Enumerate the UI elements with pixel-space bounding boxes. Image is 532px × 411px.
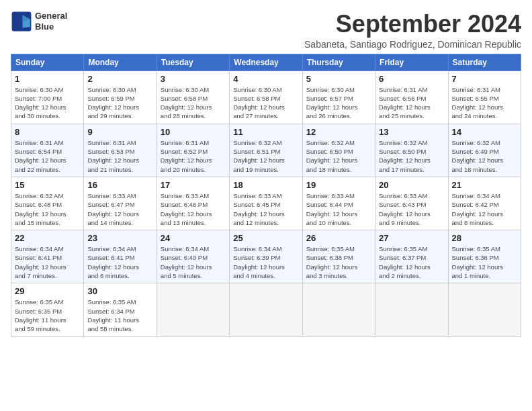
table-row: 13 Sunrise: 6:32 AM Sunset: 6:50 PM Dayl… [375, 124, 448, 177]
calendar-header-row: Sunday Monday Tuesday Wednesday Thursday… [11, 54, 521, 71]
table-row: 17 Sunrise: 6:33 AM Sunset: 6:46 PM Dayl… [157, 177, 229, 230]
table-row: 23 Sunrise: 6:34 AM Sunset: 6:41 PM Dayl… [84, 230, 157, 283]
sunrise-text: Sunrise: 6:31 AM [161, 138, 226, 147]
daylight-text: Daylight: 12 hours [87, 156, 152, 165]
day-number: 10 [161, 127, 226, 137]
day-number: 7 [452, 74, 517, 84]
daylight-text2: and 12 minutes. [233, 218, 298, 227]
sunset-text: Sunset: 6:49 PM [452, 147, 517, 156]
day-info: Sunrise: 6:35 AM Sunset: 6:35 PM Dayligh… [15, 298, 80, 333]
table-row: 22 Sunrise: 6:34 AM Sunset: 6:41 PM Dayl… [11, 230, 84, 283]
daylight-text: Daylight: 12 hours [161, 103, 226, 111]
table-row [157, 283, 229, 336]
day-info: Sunrise: 6:32 AM Sunset: 6:51 PM Dayligh… [233, 138, 298, 174]
day-number: 16 [87, 180, 152, 190]
header: General Blue September 2024 Sabaneta, Sa… [11, 11, 521, 50]
day-info: Sunrise: 6:32 AM Sunset: 6:50 PM Dayligh… [306, 138, 371, 174]
table-row: 5 Sunrise: 6:30 AM Sunset: 6:57 PM Dayli… [302, 71, 375, 124]
sunrise-text: Sunrise: 6:31 AM [379, 85, 444, 94]
daylight-text2: and 13 minutes. [161, 218, 226, 227]
table-row [302, 283, 375, 336]
logo: General Blue [11, 11, 67, 32]
daylight-text2: and 1 minute. [452, 271, 517, 280]
table-row: 7 Sunrise: 6:31 AM Sunset: 6:55 PM Dayli… [448, 71, 521, 124]
title-area: September 2024 Sabaneta, Santiago Rodrig… [304, 11, 521, 50]
table-row: 3 Sunrise: 6:30 AM Sunset: 6:58 PM Dayli… [157, 71, 229, 124]
daylight-text: Daylight: 12 hours [15, 103, 80, 111]
logo-icon [11, 11, 32, 32]
sunrise-text: Sunrise: 6:35 AM [452, 244, 517, 253]
sunset-text: Sunset: 6:54 PM [15, 147, 80, 156]
calendar-week-row: 8 Sunrise: 6:31 AM Sunset: 6:54 PM Dayli… [11, 124, 521, 177]
daylight-text: Daylight: 12 hours [452, 263, 517, 271]
daylight-text2: and 15 minutes. [15, 218, 80, 227]
sunrise-text: Sunrise: 6:33 AM [87, 191, 152, 200]
daylight-text: Daylight: 12 hours [452, 210, 517, 218]
sunset-text: Sunset: 6:47 PM [87, 200, 152, 209]
sunrise-text: Sunrise: 6:30 AM [233, 85, 298, 94]
daylight-text2: and 19 minutes. [233, 165, 298, 174]
sunrise-text: Sunrise: 6:35 AM [379, 244, 444, 253]
sunset-text: Sunset: 6:38 PM [306, 253, 371, 262]
day-info: Sunrise: 6:31 AM Sunset: 6:53 PM Dayligh… [87, 138, 152, 174]
sunrise-text: Sunrise: 6:33 AM [161, 191, 226, 200]
daylight-text: Daylight: 11 hours [15, 316, 80, 324]
sunrise-text: Sunrise: 6:32 AM [452, 138, 517, 147]
day-info: Sunrise: 6:30 AM Sunset: 6:59 PM Dayligh… [87, 85, 152, 121]
calendar-week-row: 22 Sunrise: 6:34 AM Sunset: 6:41 PM Dayl… [11, 230, 521, 283]
sunset-text: Sunset: 6:35 PM [15, 307, 80, 316]
table-row [448, 283, 521, 336]
calendar-table: Sunday Monday Tuesday Wednesday Thursday… [11, 54, 521, 337]
day-number: 14 [452, 127, 517, 137]
day-info: Sunrise: 6:30 AM Sunset: 6:58 PM Dayligh… [233, 85, 298, 121]
sunset-text: Sunset: 6:36 PM [452, 253, 517, 262]
daylight-text2: and 6 minutes. [87, 271, 152, 280]
sunset-text: Sunset: 6:45 PM [233, 200, 298, 209]
col-sunday: Sunday [11, 54, 84, 71]
table-row: 20 Sunrise: 6:33 AM Sunset: 6:43 PM Dayl… [375, 177, 448, 230]
daylight-text2: and 20 minutes. [161, 165, 226, 174]
daylight-text: Daylight: 12 hours [379, 156, 444, 165]
table-row [375, 283, 448, 336]
table-row: 27 Sunrise: 6:35 AM Sunset: 6:37 PM Dayl… [375, 230, 448, 283]
daylight-text2: and 58 minutes. [87, 324, 152, 333]
day-info: Sunrise: 6:35 AM Sunset: 6:38 PM Dayligh… [306, 244, 371, 280]
daylight-text: Daylight: 12 hours [233, 263, 298, 271]
sunset-text: Sunset: 6:55 PM [452, 94, 517, 103]
calendar-week-row: 1 Sunrise: 6:30 AM Sunset: 7:00 PM Dayli… [11, 71, 521, 124]
day-info: Sunrise: 6:33 AM Sunset: 6:45 PM Dayligh… [233, 191, 298, 227]
day-info: Sunrise: 6:30 AM Sunset: 7:00 PM Dayligh… [15, 85, 80, 121]
day-number: 27 [379, 233, 444, 243]
day-number: 17 [161, 180, 226, 190]
daylight-text: Daylight: 12 hours [15, 210, 80, 218]
sunset-text: Sunset: 6:51 PM [233, 147, 298, 156]
daylight-text2: and 22 minutes. [15, 165, 80, 174]
sunrise-text: Sunrise: 6:32 AM [233, 138, 298, 147]
day-number: 8 [15, 127, 80, 137]
table-row: 29 Sunrise: 6:35 AM Sunset: 6:35 PM Dayl… [11, 283, 84, 336]
day-info: Sunrise: 6:30 AM Sunset: 6:57 PM Dayligh… [306, 85, 371, 121]
day-info: Sunrise: 6:33 AM Sunset: 6:43 PM Dayligh… [379, 191, 444, 227]
sunset-text: Sunset: 6:41 PM [87, 253, 152, 262]
sunset-text: Sunset: 6:52 PM [161, 147, 226, 156]
sunrise-text: Sunrise: 6:33 AM [306, 191, 371, 200]
day-info: Sunrise: 6:31 AM Sunset: 6:56 PM Dayligh… [379, 85, 444, 121]
daylight-text2: and 17 minutes. [379, 165, 444, 174]
sunset-text: Sunset: 6:43 PM [379, 200, 444, 209]
daylight-text: Daylight: 12 hours [161, 210, 226, 218]
table-row: 28 Sunrise: 6:35 AM Sunset: 6:36 PM Dayl… [448, 230, 521, 283]
day-number: 15 [15, 180, 80, 190]
table-row: 6 Sunrise: 6:31 AM Sunset: 6:56 PM Dayli… [375, 71, 448, 124]
sunset-text: Sunset: 6:42 PM [452, 200, 517, 209]
sunrise-text: Sunrise: 6:35 AM [87, 298, 152, 306]
daylight-text2: and 18 minutes. [306, 165, 371, 174]
sunset-text: Sunset: 6:53 PM [87, 147, 152, 156]
daylight-text2: and 5 minutes. [161, 271, 226, 280]
sunrise-text: Sunrise: 6:30 AM [306, 85, 371, 94]
table-row: 21 Sunrise: 6:34 AM Sunset: 6:42 PM Dayl… [448, 177, 521, 230]
daylight-text: Daylight: 12 hours [15, 263, 80, 271]
day-number: 2 [87, 74, 152, 84]
day-info: Sunrise: 6:34 AM Sunset: 6:41 PM Dayligh… [15, 244, 80, 280]
table-row: 1 Sunrise: 6:30 AM Sunset: 7:00 PM Dayli… [11, 71, 84, 124]
sunset-text: Sunset: 6:48 PM [15, 200, 80, 209]
